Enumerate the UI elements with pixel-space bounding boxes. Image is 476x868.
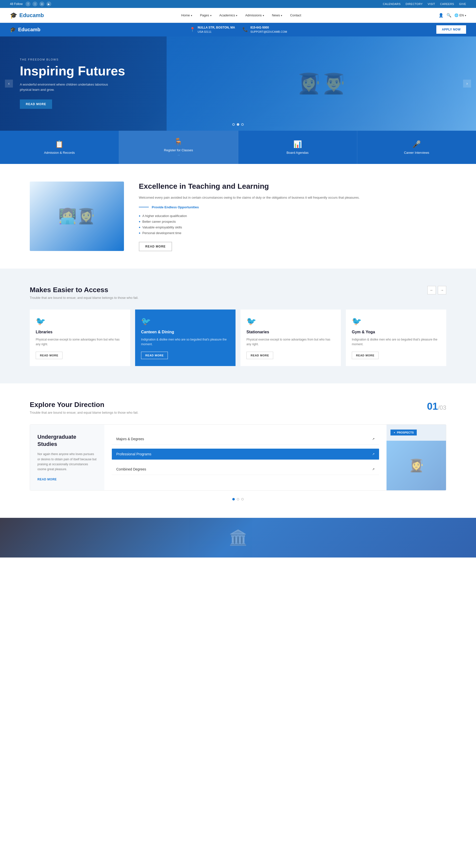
hero-subtitle: THE FREEDOM BLOWS [20,58,125,61]
globe-icon: 🌐 [454,13,458,17]
makes-easier-nav: ← → [427,286,446,294]
nav-academics[interactable]: Academics [216,11,241,19]
social-icons: f t in ▶ [26,1,51,6]
excellence-title: Excellence in Teaching and Learning [139,181,446,191]
search-icon[interactable]: 🔍 [446,13,451,18]
explore-read-more-link[interactable]: READ MORE [37,478,57,481]
logo-text: Educamb [19,12,44,19]
libraries-btn[interactable]: READ MORE [36,352,62,359]
language-selector[interactable]: 🌐 EN [454,13,466,17]
calendars-link[interactable]: CALENDARS [383,2,401,5]
apply-now-button[interactable]: APPLY NOW [436,25,466,34]
nav-home[interactable]: Home [178,11,196,19]
home-chevron [191,13,192,17]
career-icon: 🎤 [412,140,421,148]
pages-chevron [210,13,212,17]
explore-desc: Trouble that are bound to ensue; and equ… [30,411,138,414]
explore-right-image: 👩‍🎓 [386,441,446,490]
twitter-icon[interactable]: t [32,1,37,6]
gym-btn[interactable]: READ MORE [352,352,379,359]
canteen-title: Canteen & Dining [141,330,229,334]
canteen-btn[interactable]: READ MORE [141,352,168,359]
nav-news[interactable]: News [268,11,286,19]
quick-links-bar: 📋 Admission & Records 🪑 Register for Cla… [0,131,476,164]
hero-dot-3[interactable] [241,123,244,126]
makes-easier-text: Makes Easier to Access Trouble that are … [30,286,138,300]
makes-easier-prev[interactable]: ← [427,286,436,294]
quick-link-career[interactable]: 🎤 Career Interviews [357,131,476,164]
info-contacts: 📍 NULLA STR, BOSTON, MA USA 02111 📞 815-… [190,25,287,34]
careers-link[interactable]: CAREERS [440,2,454,5]
explore-section: Explore Your Direction Trouble that are … [0,383,476,518]
career-label: Career Interviews [404,151,429,155]
nav-actions: 👤 🔍 🌐 EN [439,13,466,18]
info-logo: 🎓 Educamb [10,27,40,32]
explore-content: Undergraduate Studies Nor again there an… [30,424,446,491]
hero-content: THE FREEDOM BLOWS Inspiring Futures A wo… [0,58,145,109]
stationaries-btn[interactable]: READ MORE [247,352,273,359]
phone-icon: 📞 [243,27,248,32]
card-libraries: 🐦 Libraries Physical exercise except to … [30,310,130,366]
directory-link[interactable]: DIRECTORY [406,2,423,5]
makes-easier-header: Makes Easier to Access Trouble that are … [30,286,446,300]
excellence-list-item-4: Personal development time [139,230,446,236]
board-icon: 📊 [293,140,302,148]
explore-dot-1[interactable] [232,498,235,500]
info-bar: 🎓 Educamb 📍 NULLA STR, BOSTON, MA USA 02… [0,23,476,36]
admissions-chevron [263,13,264,17]
facebook-icon[interactable]: f [26,1,31,6]
give-link[interactable]: GIVE [459,2,466,5]
explore-left-title: Undergraduate Studies [37,434,97,447]
user-icon[interactable]: 👤 [439,13,444,18]
excellence-list-item-2: Better career prospects [139,219,446,224]
nav-pages[interactable]: Pages [197,11,215,19]
explore-middle-panel: Majors & Degrees ↗ Professional Programs… [104,425,386,490]
bottom-strip: 🏛️ [0,518,476,558]
excellence-description: Welcomed every pain avoided but in certa… [139,195,446,200]
nav-logo[interactable]: 🎓 Educamb [10,12,44,19]
hero-placeholder: 👩‍🎓👨‍🎓 [167,36,476,131]
excellence-placeholder: 👩‍💻👩‍🎓 [58,207,95,225]
nav-contact[interactable]: Contact [287,11,305,19]
card-canteen: 🐦 Canteen & Dining Indignation & dislike… [135,310,235,366]
explore-header: Explore Your Direction Trouble that are … [30,401,446,414]
hero-image: 👩‍🎓👨‍🎓 [167,36,476,131]
hero-next-button[interactable]: › [463,80,471,88]
hero-prev-button[interactable]: ‹ [5,80,13,88]
excellence-line [139,207,149,207]
address-contact: 📍 NULLA STR, BOSTON, MA USA 02111 [190,25,235,34]
explore-dot-3[interactable] [241,498,244,500]
stationaries-icon: 🐦 [247,316,335,326]
makes-easier-next[interactable]: → [438,286,446,294]
excellence-divider: Provide Endless Opportunities [139,205,446,209]
visit-link[interactable]: VISIT [427,2,435,5]
explore-dots [30,498,446,500]
quick-link-admission[interactable]: 📋 Admission & Records [0,131,119,164]
cards-grid: 🐦 Libraries Physical exercise except to … [30,310,446,366]
explore-menu-combined[interactable]: Combined Degrees ↗ [112,464,379,475]
excellence-read-more-button[interactable]: READ MORE [139,242,172,251]
canteen-desc: Indignation & dislike men who are so beg… [141,337,229,347]
explore-menu-professional[interactable]: Professional Programs ↗ [112,448,379,460]
explore-dot-2[interactable] [237,498,239,500]
hero-dot-1[interactable] [232,123,235,126]
register-arrow: → [177,153,180,157]
hero-read-more-button[interactable]: READ MORE [20,99,52,109]
follow-label[interactable]: 48 Follow [10,2,23,6]
gym-icon: 🐦 [352,316,440,326]
quick-link-board[interactable]: 📊 Board Agendas [238,131,357,164]
quick-link-register[interactable]: 🪑 Register for Classes → [119,131,238,164]
explore-left-panel: Undergraduate Studies Nor again there an… [30,425,104,490]
admission-icon: 📋 [55,140,64,148]
explore-counter: 01/03 [427,401,446,412]
excellence-image: 👩‍💻👩‍🎓 [30,182,124,251]
info-logo-icon: 🎓 [10,27,16,32]
youtube-icon[interactable]: ▶ [46,1,51,6]
prospects-badge: PROSPECTS [390,430,417,435]
nav-admissions[interactable]: Admissions [242,11,267,19]
hero-dot-2[interactable] [237,123,239,126]
linkedin-icon[interactable]: in [39,1,44,6]
stationaries-title: Stationaries [247,330,335,334]
explore-menu-majors[interactable]: Majors & Degrees ↗ [112,434,379,445]
top-bar-left: 48 Follow f t in ▶ [10,1,51,6]
